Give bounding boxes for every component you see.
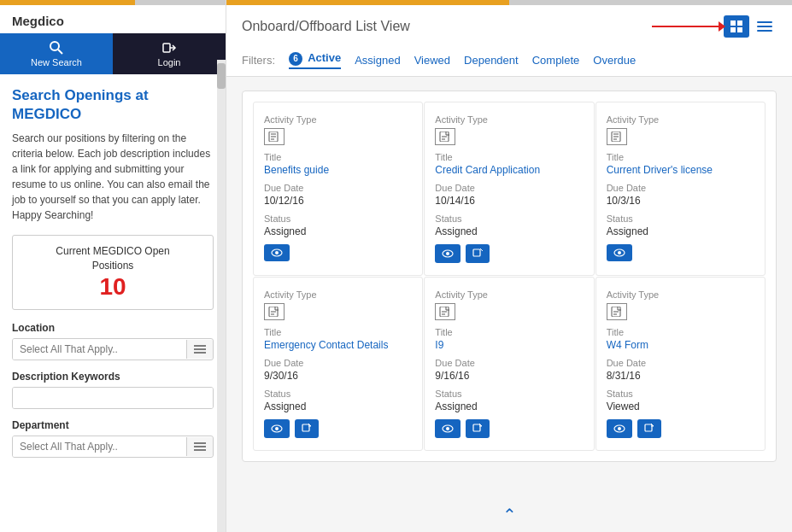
- card-1-date-label: Due Date: [435, 183, 583, 193]
- positions-line1: Current MEGDICO Open Positions: [21, 244, 204, 273]
- card-4-date-label: Due Date: [435, 358, 583, 368]
- card-5-view-btn[interactable]: [607, 419, 632, 438]
- arrow-line: [652, 26, 720, 27]
- card-0-date-label: Due Date: [264, 183, 412, 193]
- card-3-title-label: Title: [264, 327, 412, 337]
- eye-icon-0: [271, 248, 283, 257]
- card-2-activity-label: Activity Type: [607, 114, 754, 125]
- search-icon: [49, 40, 64, 56]
- svg-point-43: [446, 427, 449, 430]
- card-5-title-label: Title: [607, 327, 754, 337]
- card-3-activity-icon: [264, 303, 285, 320]
- card-5-edit-btn[interactable]: [637, 419, 661, 438]
- filter-tab-overdue[interactable]: Overdue: [593, 54, 636, 67]
- card-1-activity-icon: [435, 128, 455, 145]
- card-0-view-btn[interactable]: [264, 244, 290, 261]
- card-4-activity-icon: [435, 303, 455, 320]
- card-1-title: Credit Card Application: [435, 164, 583, 176]
- grid-view-button[interactable]: [724, 15, 749, 38]
- page-title: Onboard/Offboard List View: [242, 19, 410, 34]
- card-1-status: Assigned: [435, 225, 583, 237]
- card-1-view-btn[interactable]: [435, 244, 461, 263]
- card-4: Activity Type Title I9 Due Date 9/16/16 …: [424, 277, 594, 451]
- card-3-view-btn[interactable]: [264, 419, 290, 438]
- card-2-view-btn[interactable]: [607, 244, 632, 261]
- filter-location-input-row: [12, 338, 214, 360]
- card-1-edit-btn[interactable]: [466, 244, 490, 263]
- filter-department-input[interactable]: [13, 436, 186, 457]
- card-5: Activity Type Title W4 Form Due Date 8/3…: [595, 277, 766, 451]
- eye-icon-3: [271, 424, 283, 433]
- card-3-status-label: Status: [264, 389, 412, 399]
- filter-department-input-row: [12, 436, 214, 458]
- card-5-status-label: Status: [607, 389, 754, 399]
- filter-keywords: Description Keywords: [12, 371, 214, 409]
- chevron-up-btn[interactable]: ⌃: [502, 505, 517, 525]
- card-5-activity-icon: [607, 303, 627, 320]
- card-4-edit-btn[interactable]: [466, 419, 490, 438]
- filter-tab-assigned[interactable]: Assigned: [355, 54, 400, 67]
- svg-line-1: [58, 50, 62, 54]
- eye-icon-4: [442, 424, 454, 433]
- filter-badge-active: 6: [289, 52, 302, 66]
- filter-location-input[interactable]: [13, 339, 186, 360]
- filter-location-label: Location: [12, 322, 214, 334]
- card-4-date: 9/16/16: [435, 370, 583, 382]
- doc-icon-2: [611, 132, 623, 142]
- card-3-edit-btn[interactable]: [295, 419, 319, 438]
- card-2-activity-icon: [607, 128, 627, 145]
- list-icon: [194, 344, 206, 354]
- svg-rect-38: [302, 424, 309, 431]
- filter-tab-complete[interactable]: Complete: [532, 54, 580, 67]
- left-nav: New Search Login: [0, 33, 226, 74]
- card-5-date-label: Due Date: [607, 358, 754, 368]
- login-icon: [161, 40, 177, 56]
- edit-icon-1: [472, 248, 483, 259]
- card-4-view-btn[interactable]: [435, 419, 461, 438]
- grid-icon: [730, 20, 743, 33]
- svg-point-0: [50, 42, 59, 50]
- doc-icon-3: [268, 307, 280, 317]
- svg-point-49: [618, 427, 621, 430]
- filter-department-icon-btn[interactable]: [186, 437, 213, 456]
- card-0: Activity Type Title Benefits guide Due D…: [253, 102, 423, 276]
- card-3: Activity Type Title Emergency Contact De…: [253, 277, 423, 451]
- edit-icon-4: [472, 424, 483, 434]
- filter-keywords-input[interactable]: [13, 388, 213, 408]
- search-description: Search our positions by filtering on the…: [12, 131, 214, 223]
- filter-tab-active[interactable]: 6 Active: [289, 51, 341, 69]
- filter-location: Location: [12, 322, 214, 360]
- filter-keywords-input-row: [12, 387, 214, 409]
- card-4-actions: [435, 419, 583, 438]
- edit-icon-3: [302, 424, 312, 434]
- card-4-status-label: Status: [435, 389, 583, 399]
- positions-count: 10: [21, 273, 204, 301]
- card-1: Activity Type Title Credit Card Applicat…: [424, 102, 594, 276]
- list-icon-dept: [194, 441, 206, 452]
- edit-icon-5: [644, 424, 654, 434]
- filter-location-icon-btn[interactable]: [186, 340, 213, 359]
- eye-icon-1: [442, 249, 454, 258]
- card-3-status: Assigned: [264, 400, 412, 412]
- cards-container: Activity Type Title Benefits guide Due D…: [242, 91, 777, 462]
- menu-button[interactable]: [753, 19, 777, 34]
- card-2-date-label: Due Date: [607, 183, 754, 193]
- filter-tab-viewed[interactable]: Viewed: [414, 54, 450, 67]
- card-2: Activity Type Title Current Driver's lic…: [595, 102, 766, 276]
- svg-point-32: [618, 251, 621, 254]
- eye-icon-5: [613, 424, 625, 433]
- filter-tab-dependent[interactable]: Dependent: [464, 54, 519, 67]
- filters-label: Filters:: [242, 54, 275, 67]
- doc-icon-0: [268, 132, 280, 142]
- nav-login[interactable]: Login: [113, 33, 226, 74]
- card-0-status: Assigned: [264, 225, 412, 237]
- scrollbar-thumb[interactable]: [217, 63, 226, 89]
- card-2-status: Assigned: [607, 225, 754, 237]
- svg-rect-10: [730, 20, 736, 26]
- nav-new-search[interactable]: New Search: [0, 33, 113, 74]
- card-2-title-label: Title: [607, 152, 754, 162]
- card-1-status-label: Status: [435, 213, 583, 224]
- card-5-status: Viewed: [607, 400, 754, 412]
- card-1-title-label: Title: [435, 152, 583, 162]
- svg-rect-50: [645, 424, 652, 431]
